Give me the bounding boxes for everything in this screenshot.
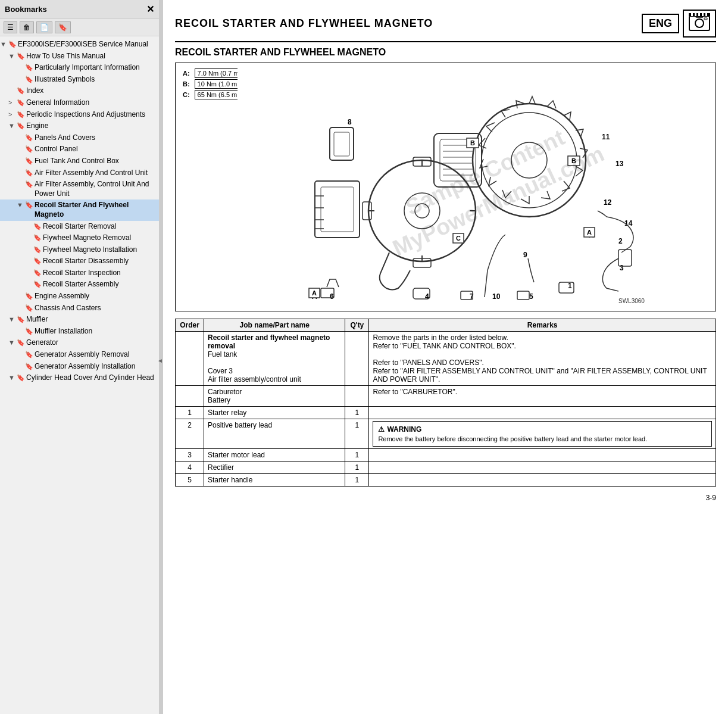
table-cell-remarks: Remove the parts in the order listed bel… [369,332,716,386]
table-row: 3 Starter motor lead 1 [176,449,716,462]
delete-button[interactable]: 🗑 [20,21,34,33]
page-header-badges: ENG [642,10,716,38]
tree-toggle[interactable]: > [8,110,17,119]
table-header-remarks: Remarks [369,319,716,332]
sidebar-tree-item[interactable]: 🔖 Air Filter Assembly, Control Unit And … [0,179,159,199]
svg-text:11: 11 [602,133,610,141]
menu-button[interactable]: ☰ [4,21,17,33]
svg-text:A: A [587,229,592,236]
sidebar-tree-item[interactable]: 🔖 Recoil Starter Inspection [0,267,159,279]
tree-item-label: Recoil Starter Inspection [43,269,157,278]
sidebar-tree-item[interactable]: ▼ 🔖 Engine [0,120,159,132]
tree-toggle[interactable]: ▼ [8,373,17,382]
bookmark-button[interactable]: 🔖 [55,21,71,33]
sidebar-tree-item[interactable]: ▼ 🔖 Generator [0,337,159,349]
sidebar-tree-item[interactable]: ▼ 🔖 EF3000iSE/EF3000iSEB Service Manual [0,39,159,51]
sidebar-tree-item[interactable]: 🔖 Recoil Starter Removal [0,221,159,233]
bookmark-icon: 🔖 [33,233,42,242]
svg-text:13: 13 [615,160,624,168]
sidebar-tree-item[interactable]: > 🔖 Periodic Inspections And Adjustments [0,109,159,121]
section-title: RECOIL STARTER AND FLYWHEEL MAGNETO [175,47,716,58]
tree-toggle[interactable]: ▼ [17,201,25,209]
svg-text:C: C [456,235,461,242]
sidebar-tree-item[interactable]: 🔖 Flywheel Magneto Removal [0,232,159,244]
tree-item-label: Panels And Covers [35,133,157,143]
exploded-diagram-svg: B B [238,68,654,306]
bookmark-icon: 🔖 [25,145,33,153]
tree-item-label: Flywheel Magneto Removal [43,233,157,243]
tree-toggle[interactable]: ▼ [8,52,17,60]
tree-item-label: Air Filter Assembly, Control Unit And Po… [35,180,157,198]
table-cell-job: Starter handle [204,474,345,487]
bookmark-icon: 🔖 [25,133,33,142]
bookmark-icon: 🔖 [17,98,25,107]
sidebar: Bookmarks ✕ ☰ 🗑 📄 🔖 ▼ 🔖 EF3000iSE/EF3000… [0,0,160,714]
sidebar-tree-item[interactable]: 🔖 Control Panel [0,144,159,155]
tree-item-label: EF3000iSE/EF3000iSEB Service Manual [18,40,157,49]
sidebar-tree-item[interactable]: 🔖 Generator Assembly Removal [0,349,159,361]
bookmark-icon: 🔖 [25,327,33,335]
tree-item-label: Control Panel [35,145,157,154]
tree-item-label: Flywheel Magneto Installation [43,245,157,255]
close-icon[interactable]: ✕ [146,4,154,15]
table-cell-job: Positive battery lead [204,419,345,449]
svg-text:12: 12 [604,198,612,207]
sidebar-tree-item[interactable]: 🔖 Index [0,85,159,97]
sidebar-title: Bookmarks [5,5,47,14]
main-content: RECOIL STARTER AND FLYWHEEL MAGNETO ENG [163,0,728,714]
tree-toggle[interactable]: ▼ [8,315,17,323]
sidebar-tree-item[interactable]: 🔖 Particularly Important Information [0,62,159,74]
table-cell-remarks [369,462,716,474]
table-cell-job: Starter relay [204,407,345,419]
sidebar-tree-item[interactable]: 🔖 Recoil Starter Disassembly [0,255,159,267]
sidebar-tree-item[interactable]: 🔖 Engine Assembly [0,291,159,303]
table-cell-order: 4 [176,462,204,474]
table-header-order: Order [176,319,204,332]
bookmark-icon: 🔖 [33,257,42,265]
table-cell-remarks: Refer to "CARBURETOR". [369,386,716,407]
svg-point-1 [695,19,704,27]
bookmark-icon: 🔖 [17,86,25,95]
svg-text:A: A [312,289,317,297]
table-cell-remarks [369,407,716,419]
sidebar-tree-item[interactable]: 🔖 Muffler Installation [0,326,159,338]
table-cell-order: 1 [176,407,204,419]
tree-toggle[interactable]: ▼ [8,121,17,130]
sidebar-tree-item[interactable]: ▼ 🔖 Muffler [0,314,159,326]
table-header-qty: Q'ty [345,319,369,332]
svg-rect-0 [689,16,710,30]
sidebar-tree-item[interactable]: 🔖 Illustrated Symbols [0,74,159,86]
table-row: Carburetor Battery Refer to "CARBURETOR"… [176,386,716,407]
tree-item-label: Air Filter Assembly And Control Unit [35,169,157,178]
bookmark-icon: 🔖 [25,304,33,312]
sidebar-tree-item[interactable]: 🔖 Fuel Tank And Control Box [0,155,159,167]
sidebar-tree-item[interactable]: 🔖 Flywheel Magneto Installation [0,244,159,256]
sidebar-tree-item[interactable]: ▼ 🔖 Cylinder Head Cover And Cylinder Hea… [0,372,159,384]
parts-table: Order Job name/Part name Q'ty Remarks Re… [175,319,716,487]
table-cell-order: 5 [176,474,204,487]
table-cell-job: Recoil starter and flywheel magneto remo… [204,332,345,386]
sidebar-tree-item[interactable]: 🔖 Generator Assembly Installation [0,361,159,373]
bookmark-icon: 🔖 [33,245,42,254]
sidebar-tree-item[interactable]: > 🔖 General Information [0,97,159,109]
table-cell-order [176,386,204,407]
sidebar-tree-item[interactable]: 🔖 Air Filter Assembly And Control Unit [0,167,159,179]
sidebar-tree: ▼ 🔖 EF3000iSE/EF3000iSEB Service Manual … [0,36,159,714]
tree-toggle[interactable]: > [8,98,17,107]
table-row: 2 Positive battery lead 1 ⚠WARNING Remov… [176,419,716,449]
page-button[interactable]: 📄 [36,21,52,33]
sidebar-tree-item[interactable]: 🔖 Chassis And Casters [0,303,159,314]
svg-rect-9 [705,13,707,16]
table-cell-qty: 1 [345,462,369,474]
sidebar-tree-item[interactable]: ▼ 🔖 Recoil Starter And Flywheel Magneto [0,199,159,220]
tree-toggle[interactable]: ▼ [8,338,17,347]
tree-item-label: Particularly Important Information [35,63,157,73]
tree-toggle[interactable]: ▼ [0,40,8,48]
sidebar-resizer[interactable] [160,0,163,714]
table-cell-qty: 1 [345,407,369,419]
sidebar-tree-item[interactable]: ▼ 🔖 How To Use This Manual [0,51,159,63]
sidebar-tree-item[interactable]: 🔖 Panels And Covers [0,132,159,144]
tree-item-label: Periodic Inspections And Adjustments [26,110,157,120]
svg-text:6: 6 [330,292,334,301]
sidebar-tree-item[interactable]: 🔖 Recoil Starter Assembly [0,279,159,291]
